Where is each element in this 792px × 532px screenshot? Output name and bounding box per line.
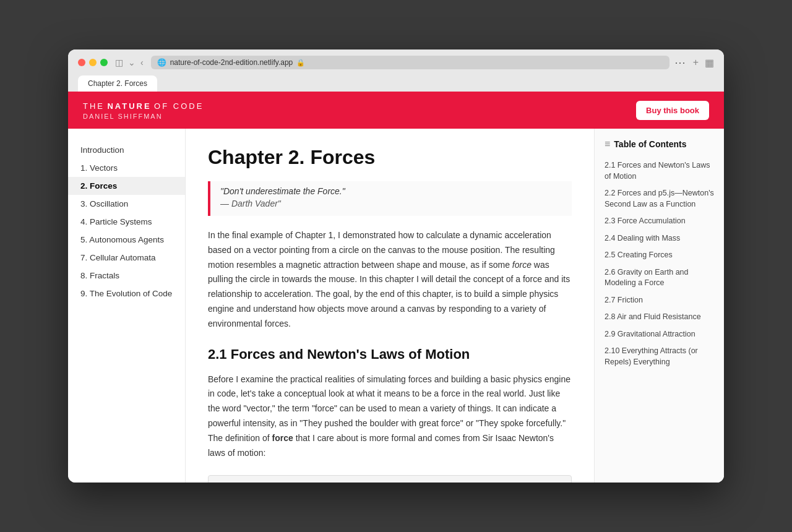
tab-overview-icon[interactable]: ▦	[705, 57, 714, 69]
intro-paragraph: In the final example of Chapter 1, I dem…	[208, 228, 572, 332]
address-bar[interactable]: 🌐 nature-of-code-2nd-edition.netlify.app…	[151, 56, 669, 69]
toc-item[interactable]: 2.9 Gravitational Attraction	[595, 326, 724, 343]
tab-bar: Chapter 2. Forces	[78, 74, 714, 92]
toc-item[interactable]: 2.6 Gravity on Earth and Modeling a Forc…	[595, 264, 724, 292]
callout-box: A force is a vector that causes an objec…	[208, 475, 572, 483]
sidebar-item[interactable]: Introduction	[68, 141, 185, 159]
back-icon[interactable]: ‹	[140, 58, 144, 67]
lock-icon: 🔒	[296, 59, 305, 67]
site-title: THE NATURE OF CODE DANIEL SHIFFMAN	[83, 100, 204, 120]
maximize-button[interactable]	[100, 59, 108, 66]
more-options-icon[interactable]: ⋯	[674, 56, 686, 69]
browser-top-bar: ◫ ⌄ ‹ 🌐 nature-of-code-2nd-edition.netli…	[78, 56, 714, 74]
sidebar-item[interactable]: 7. Cellular Automata	[68, 249, 185, 267]
chapter-title: Chapter 2. Forces	[208, 146, 572, 169]
url-text: nature-of-code-2nd-edition.netlify.app	[170, 58, 293, 67]
section1-para1: Before I examine the practical realities…	[208, 372, 572, 461]
main-content: Introduction1. Vectors2. Forces3. Oscill…	[68, 129, 724, 483]
browser-controls: ◫ ⌄ ‹	[115, 58, 144, 67]
sidebar: Introduction1. Vectors2. Forces3. Oscill…	[68, 129, 186, 483]
toc-item[interactable]: 2.10 Everything Attracts (or Repels) Eve…	[595, 343, 724, 371]
blockquote: "Don't underestimate the Force." — Darth…	[208, 181, 572, 216]
toc-item[interactable]: 2.8 Air and Fluid Resistance	[595, 309, 724, 326]
quote-attribution: — Darth Vader"	[220, 199, 562, 208]
address-bar-row: 🌐 nature-of-code-2nd-edition.netlify.app…	[151, 56, 686, 69]
sidebar-item[interactable]: 9. The Evolution of Code	[68, 285, 185, 302]
sidebar-toggle-icon[interactable]: ◫	[115, 58, 123, 67]
sidebar-item[interactable]: 2. Forces	[68, 177, 185, 195]
minimize-button[interactable]	[89, 59, 97, 66]
author-name: DANIEL SHIFFMAN	[83, 113, 204, 120]
chevron-down-icon[interactable]: ⌄	[128, 58, 136, 67]
toc-item[interactable]: 2.4 Dealing with Mass	[595, 230, 724, 247]
active-tab[interactable]: Chapter 2. Forces	[78, 75, 157, 92]
close-button[interactable]	[78, 59, 85, 66]
browser-chrome: ◫ ⌄ ‹ 🌐 nature-of-code-2nd-edition.netli…	[68, 49, 724, 92]
site-header: THE NATURE OF CODE DANIEL SHIFFMAN Buy t…	[68, 92, 724, 129]
sidebar-item[interactable]: 3. Oscillation	[68, 195, 185, 213]
toc-header: ≡ Table of Contents	[595, 139, 724, 157]
sidebar-item[interactable]: 4. Particle Systems	[68, 213, 185, 231]
sidebar-item[interactable]: 5. Autonomous Agents	[68, 231, 185, 249]
title-the: THE	[83, 101, 105, 111]
toc-item[interactable]: 2.1 Forces and Newton's Laws of Motion	[595, 157, 724, 185]
sidebar-item[interactable]: 8. Fractals	[68, 267, 185, 285]
title-nature: NATURE	[107, 101, 151, 111]
toc-item[interactable]: 2.3 Force Accumulation	[595, 213, 724, 230]
title-line: THE NATURE OF CODE	[83, 100, 204, 111]
toc-list-icon: ≡	[605, 139, 610, 150]
address-bar-actions: + ▦	[693, 57, 714, 69]
toc-item[interactable]: 2.2 Forces and p5.js—Newton's Second Law…	[595, 185, 724, 213]
toc-panel: ≡ Table of Contents 2.1 Forces and Newto…	[594, 129, 724, 483]
sidebar-item[interactable]: 1. Vectors	[68, 159, 185, 177]
content-area: Chapter 2. Forces "Don't underestimate t…	[186, 129, 594, 483]
toc-item[interactable]: 2.7 Friction	[595, 292, 724, 309]
toc-item[interactable]: 2.5 Creating Forces	[595, 247, 724, 264]
globe-icon: 🌐	[157, 58, 166, 67]
quote-text: "Don't underestimate the Force."	[220, 186, 562, 196]
new-tab-icon[interactable]: +	[693, 57, 699, 69]
toc-title: Table of Contents	[614, 139, 686, 149]
browser-window: ◫ ⌄ ‹ 🌐 nature-of-code-2nd-edition.netli…	[68, 49, 724, 483]
tab-label: Chapter 2. Forces	[88, 79, 147, 88]
section1-title: 2.1 Forces and Newton's Laws of Motion	[208, 346, 572, 363]
buy-button[interactable]: Buy this book	[636, 101, 709, 120]
traffic-lights	[78, 59, 108, 66]
title-of-code: OF CODE	[154, 101, 204, 111]
